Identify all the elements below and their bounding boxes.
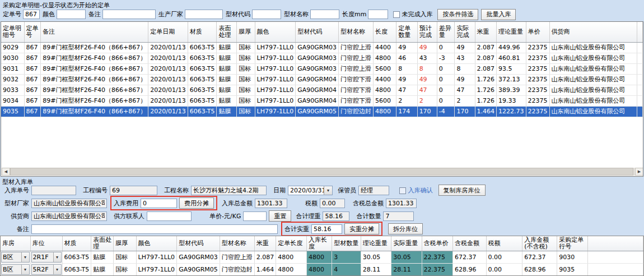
chevron-down-icon[interactable]: ▾ — [21, 265, 29, 274]
cell[interactable]: 4800 — [276, 264, 307, 276]
column-header[interactable]: 型材数量 — [332, 236, 361, 251]
filter-by-condition-button[interactable]: 按条件筛选 — [437, 9, 478, 20]
column-header[interactable]: 入库金额(不含税) — [522, 236, 557, 251]
fee-input[interactable] — [141, 199, 177, 208]
horizontal-scrollbar[interactable]: ◀ ▶ — [2, 168, 643, 176]
cell[interactable]: -4 — [437, 106, 455, 117]
order-no-input[interactable] — [23, 10, 40, 19]
cell[interactable]: 国标 — [237, 42, 255, 53]
table-row[interactable]: 903086789#门框型材F26-F40（866+867）2020/01/13… — [1, 53, 643, 63]
column-header[interactable]: 颜色 — [136, 236, 177, 251]
cell[interactable]: 89#门框型材F26-F40（866+867） — [41, 95, 148, 106]
cell[interactable]: 国标 — [114, 251, 136, 264]
cell[interactable]: GA90GRM04 — [296, 74, 339, 85]
column-header[interactable]: 表面处理 — [217, 22, 237, 42]
cell[interactable]: 89#门框型材F26-F40（866+867） — [41, 53, 148, 63]
cell[interactable]: 门帘腔上滑 — [338, 42, 373, 53]
form-remark-input[interactable] — [31, 224, 278, 234]
column-header[interactable]: 表面处理 — [91, 236, 114, 251]
cell[interactable]: 1.464 — [254, 264, 276, 276]
length-input[interactable] — [368, 10, 388, 19]
cell[interactable]: LH797-1LL0 — [136, 251, 177, 264]
cell[interactable]: 22375 — [526, 95, 549, 106]
cell[interactable]: 672.37 — [452, 251, 486, 264]
cell[interactable]: 山东南山铝业股份有限公司 — [549, 42, 637, 53]
cell-dropdown[interactable]: 5R2F▾ — [31, 264, 62, 275]
table-row[interactable]: 903186789#门框型材F26-F40（866+867）2020/01/13… — [1, 63, 643, 74]
column-header[interactable]: 单价 — [526, 22, 549, 42]
cell[interactable]: 1.464 — [475, 106, 497, 117]
cell[interactable]: 4800 — [373, 106, 396, 117]
column-header[interactable]: 定单号 — [24, 22, 41, 42]
cell[interactable]: 5600 — [373, 63, 396, 74]
scroll-left-icon[interactable]: ◀ — [2, 168, 10, 176]
cell[interactable]: 867 — [24, 85, 41, 95]
column-header[interactable]: 颜色 — [255, 22, 296, 42]
cell[interactable]: 2020/01/13 — [148, 106, 188, 117]
cell[interactable]: 2.087 — [475, 42, 497, 53]
cell[interactable]: 4800 — [373, 85, 396, 95]
copy-warehouse-button[interactable]: 复制库房库位 — [438, 185, 486, 196]
column-header[interactable]: 型材名称 — [220, 236, 254, 251]
cell[interactable]: 6063-T5 — [188, 106, 217, 117]
table-row[interactable]: 903586789#门框型材F26-F40（866+867）2020/01/13… — [1, 106, 643, 117]
cell[interactable]: 49 — [396, 42, 417, 53]
column-header[interactable]: 含税单价 — [422, 236, 452, 251]
cell[interactable]: 2020/01/13 — [148, 42, 188, 53]
cell[interactable]: 国标 — [237, 95, 255, 106]
cell[interactable]: 4800 — [307, 251, 332, 264]
cell[interactable]: 0 — [437, 95, 455, 106]
cell[interactable]: 22375 — [526, 74, 549, 85]
actual-weight-input[interactable] — [311, 224, 342, 234]
cell[interactable]: 43 — [455, 53, 475, 63]
cell[interactable]: 贴膜 — [217, 95, 237, 106]
cell[interactable]: 6063-T5 — [62, 264, 91, 276]
cell[interactable]: 22.375 — [422, 264, 452, 276]
cell[interactable]: 贴膜 — [217, 53, 237, 63]
receipt-no-input[interactable] — [31, 186, 76, 195]
cell[interactable]: 174 — [396, 106, 417, 117]
table-row[interactable]: 903486789#门框型材F26-F40（866+867）2020/01/13… — [1, 95, 643, 106]
cell[interactable]: GA90GRM03 — [296, 42, 339, 53]
cell[interactable]: 47 — [417, 85, 437, 95]
chevron-down-icon[interactable]: ▾ — [53, 252, 61, 262]
cell[interactable]: 贴膜 — [217, 63, 237, 74]
cell[interactable]: 22375 — [526, 106, 549, 117]
cell[interactable]: 1.726 — [475, 74, 497, 85]
cell[interactable]: LH797-1LL0 — [255, 63, 296, 74]
column-header[interactable]: 差异量 — [437, 22, 455, 42]
theory-weight-input[interactable] — [323, 211, 349, 221]
cell[interactable]: 30.05 — [361, 251, 391, 264]
cell[interactable]: GA90GRM05 — [296, 106, 339, 117]
cell[interactable]: 门帘腔上滑 — [220, 251, 254, 264]
column-header[interactable]: 型材代码 — [296, 22, 339, 42]
cell[interactable]: 门帘腔下滑 — [338, 95, 373, 106]
column-header[interactable]: 膜厚 — [237, 22, 255, 42]
cell[interactable]: 门帘腔上滑 — [338, 63, 373, 74]
column-header[interactable]: 米重 — [254, 236, 276, 251]
cell[interactable]: 国标 — [237, 106, 255, 117]
fee-share-button[interactable]: 费用分摊 — [179, 197, 214, 209]
cell[interactable]: 6063-T5 — [188, 53, 217, 63]
cell[interactable]: 6063-T5 — [188, 42, 217, 53]
batch-inbound-button[interactable]: 批量入库 — [481, 9, 516, 20]
cell[interactable]: LH797-1LL0 — [255, 53, 296, 63]
cell[interactable]: 山东南山铝业股份有限公司 — [549, 95, 637, 106]
cell[interactable]: 山东南山铝业股份有限公司 — [549, 106, 637, 117]
cell[interactable]: 867 — [24, 63, 41, 74]
column-header[interactable]: 米重 — [475, 22, 497, 42]
column-header[interactable]: 含税金额 — [452, 236, 486, 251]
cell[interactable]: 贴膜 — [217, 42, 237, 53]
cell[interactable]: 9030 — [1, 53, 24, 63]
cell[interactable]: 4800 — [276, 251, 307, 264]
column-header[interactable]: 理论重量 — [497, 22, 526, 42]
cell[interactable]: 9032 — [1, 74, 24, 85]
cell[interactable]: 49 — [455, 74, 475, 85]
column-header[interactable]: 供货商 — [549, 22, 637, 42]
cell[interactable]: 2.087 — [475, 53, 497, 63]
cell[interactable]: GA90GRM05 — [177, 264, 220, 276]
color-input[interactable] — [57, 10, 86, 19]
cell[interactable]: 867 — [24, 42, 41, 53]
calendar-dropdown-icon[interactable]: ▾ — [324, 186, 332, 195]
cell[interactable]: 2020/01/13 — [148, 53, 188, 63]
